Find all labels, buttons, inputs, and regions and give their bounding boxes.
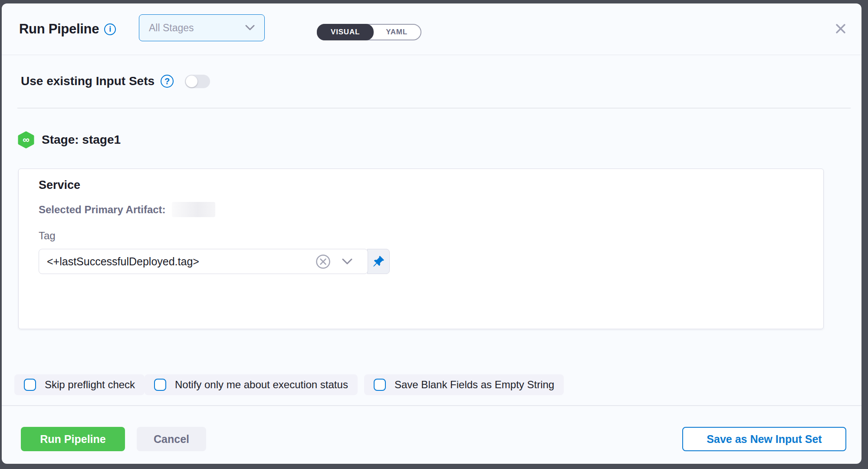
save-blank-fields-option: Save Blank Fields as Empty String [364,374,564,395]
artifact-value-redacted [172,202,215,217]
pushpin-icon [372,255,385,268]
input-sets-row: Use existing Input Sets ? [21,74,210,88]
notify-only-me-checkbox[interactable] [154,379,166,391]
footer-divider [2,405,861,406]
chevron-down-icon [245,25,255,31]
tag-input[interactable] [39,255,312,268]
run-pipeline-button[interactable]: Run Pipeline [21,427,125,451]
save-as-new-input-set-button[interactable]: Save as New Input Set [682,427,846,451]
input-sets-toggle[interactable] [185,75,210,88]
cancel-button[interactable]: Cancel [137,427,206,451]
tag-input-row [39,249,390,274]
save-blank-fields-checkbox[interactable] [374,379,386,391]
deploy-stage-icon: ∞ [17,131,35,149]
stage-select-dropdown[interactable]: All Stages [139,14,265,41]
skip-preflight-checkbox[interactable] [24,379,36,391]
pin-button[interactable] [367,249,390,274]
input-sets-label: Use existing Input Sets [21,74,155,88]
tab-visual[interactable]: VISUAL [317,24,374,40]
svg-text:∞: ∞ [23,134,30,145]
toggle-knob [186,76,197,87]
service-card-title: Service [39,178,80,192]
tab-yaml[interactable]: YAML [373,25,421,40]
tag-label: Tag [39,230,56,242]
clear-icon[interactable] [316,254,331,269]
stage-row: ∞ Stage: stage1 [17,131,121,149]
visual-yaml-toggle: VISUAL YAML [317,24,421,40]
stage-label: Stage: stage1 [42,133,121,147]
notify-only-me-option: Notify only me about execution status [145,374,358,395]
info-icon[interactable]: i [104,23,116,35]
checkbox-label: Skip preflight check [45,379,135,391]
page-title: Run Pipeline [19,21,99,37]
checkbox-label: Save Blank Fields as Empty String [395,379,554,391]
stage-select-value: All Stages [149,22,245,34]
checkbox-label: Notify only me about execution status [175,379,348,391]
tag-input-wrap [39,249,368,274]
section-divider [17,108,851,109]
run-pipeline-modal: Run Pipeline i All Stages VISUAL YAML Us… [2,3,861,464]
help-icon[interactable]: ? [161,75,174,88]
chevron-down-icon[interactable] [342,258,352,265]
options-row: Skip preflight check Notify only me abou… [2,374,861,393]
service-card: Service Selected Primary Artifact: Tag [18,168,824,329]
skip-preflight-option: Skip preflight check [14,374,145,395]
selected-artifact-row: Selected Primary Artifact: [39,202,215,217]
selected-artifact-label: Selected Primary Artifact: [39,204,166,216]
close-icon[interactable] [832,20,849,37]
modal-header: Run Pipeline i All Stages VISUAL YAML [2,3,861,55]
